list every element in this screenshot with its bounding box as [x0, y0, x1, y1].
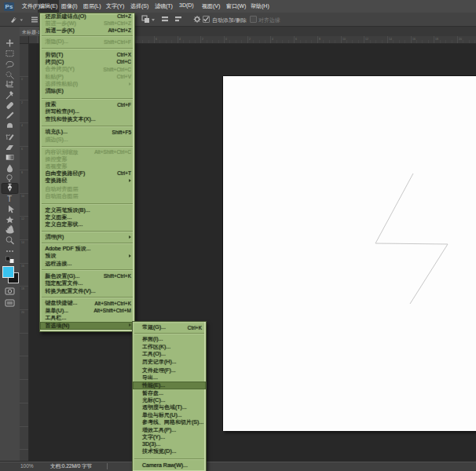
svg-text:T: T: [7, 195, 12, 203]
